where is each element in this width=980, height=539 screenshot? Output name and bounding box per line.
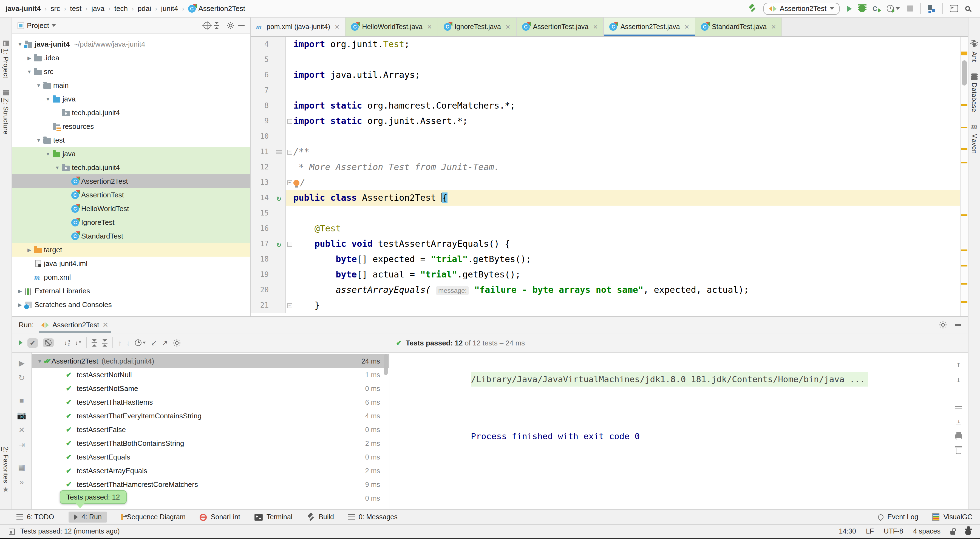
toolwindow-button-messages[interactable]: 0: Messages bbox=[348, 513, 398, 521]
code-text[interactable]: import static org.junit.Assert.*; bbox=[293, 113, 968, 129]
editor-error-stripe[interactable] bbox=[960, 37, 968, 316]
tab-assertion2test-java[interactable]: Assertion2Test.java✕ bbox=[604, 17, 695, 36]
code-text[interactable] bbox=[293, 129, 968, 144]
run-panel-tab[interactable]: Assertion2Test ✕ bbox=[39, 317, 110, 333]
collapse-all-button[interactable] bbox=[102, 339, 108, 346]
code-line[interactable]: 4import org.junit.Test; bbox=[251, 37, 968, 52]
code-text[interactable]: @Test bbox=[293, 221, 968, 236]
sidebar-item-project[interactable]: 1: Project bbox=[0, 41, 11, 78]
tree-expanded-arrow-icon[interactable]: ▼ bbox=[26, 69, 33, 74]
tree-row[interactable]: ▶.idea bbox=[12, 51, 250, 65]
tree-row[interactable]: ▼java bbox=[12, 92, 250, 106]
code-line[interactable]: 10 bbox=[251, 129, 968, 144]
test-history-button[interactable] bbox=[135, 339, 146, 346]
tree-row[interactable]: tech.pdai.junit4 bbox=[12, 106, 250, 119]
tree-row[interactable]: ▶Scratches and Consoles bbox=[12, 298, 250, 312]
toolwindow-button-sequencediagram[interactable]: Sequence Diagram bbox=[121, 513, 186, 521]
debug-button[interactable] bbox=[859, 5, 865, 12]
error-stripe-mark[interactable] bbox=[961, 52, 967, 56]
test-row[interactable]: ✔testAssertThatHamcrestCoreMatchers9 ms bbox=[32, 478, 389, 491]
profiler-button[interactable] bbox=[887, 5, 900, 12]
show-passed-toggle[interactable]: ✔ bbox=[27, 338, 38, 347]
fold-icon[interactable]: − bbox=[287, 242, 292, 246]
sidebar-item-structure[interactable]: Z: Structure bbox=[0, 90, 11, 135]
tree-row[interactable]: ▼main bbox=[12, 78, 250, 92]
hector-inspection-icon[interactable] bbox=[965, 529, 971, 535]
error-stripe-mark[interactable] bbox=[961, 162, 967, 164]
tree-row[interactable]: Assertion2Test bbox=[12, 174, 250, 188]
sidebar-item-favorites[interactable]: 2: Favorites★ bbox=[0, 447, 11, 493]
code-text[interactable]: assertArrayEquals( message: "failure - b… bbox=[293, 282, 968, 298]
run-with-coverage-button[interactable] bbox=[872, 5, 880, 12]
toolwindow-button-sonarlint[interactable]: SonarLint bbox=[200, 513, 240, 521]
export-test-results-button[interactable]: ↗ bbox=[162, 339, 168, 346]
scrollbar-thumb[interactable] bbox=[384, 354, 388, 375]
sidebar-item-maven[interactable]: Maven bbox=[969, 123, 980, 154]
close-icon[interactable]: ✕ bbox=[427, 23, 432, 30]
tree-collapsed-arrow-icon[interactable]: ▶ bbox=[26, 247, 33, 253]
mute-breakpoints-button[interactable]: ✕ bbox=[18, 426, 25, 434]
code-line[interactable]: 21− } bbox=[251, 298, 968, 313]
breadcrumb-item[interactable]: tech bbox=[115, 5, 128, 13]
tree-row[interactable]: resources bbox=[12, 119, 250, 133]
error-stripe-mark[interactable] bbox=[961, 301, 967, 303]
project-view-select[interactable]: Project bbox=[18, 21, 56, 30]
code-text[interactable]: public class Assertion2Test { bbox=[293, 190, 968, 206]
tree-row[interactable]: pom.xml bbox=[12, 270, 250, 284]
tree-row[interactable]: AssertionTest bbox=[12, 188, 250, 202]
fold-marker[interactable]: − bbox=[286, 113, 293, 129]
hide-panel-button[interactable] bbox=[238, 25, 245, 26]
code-line[interactable]: 8import static org.hamcrest.CoreMatchers… bbox=[251, 98, 968, 113]
tree-collapsed-arrow-icon[interactable]: ▶ bbox=[26, 55, 33, 60]
test-row[interactable]: ✔testAssertThatHasItems6 ms bbox=[32, 395, 389, 409]
indent-widget[interactable]: 4 spaces bbox=[913, 528, 940, 535]
tree-expanded-arrow-icon[interactable]: ▼ bbox=[54, 165, 61, 170]
gear-icon[interactable] bbox=[939, 321, 947, 329]
test-row[interactable]: ✔testAssertThatBothContainsString2 ms bbox=[32, 436, 389, 450]
test-row[interactable]: ✔testAssertFalse0 ms bbox=[32, 423, 389, 436]
tree-row[interactable]: HelloWorldTest bbox=[12, 202, 250, 216]
breadcrumb-item[interactable]: junit4 bbox=[161, 5, 178, 13]
fold-marker[interactable]: − bbox=[286, 144, 293, 159]
stop-process-button[interactable]: ■ bbox=[19, 396, 24, 404]
tree-row[interactable]: IgnoreTest bbox=[12, 216, 250, 229]
sidebar-item-ant[interactable]: Ant bbox=[969, 40, 980, 62]
error-stripe-mark[interactable] bbox=[961, 148, 967, 150]
close-icon[interactable]: ✕ bbox=[505, 23, 510, 30]
expand-all-button[interactable] bbox=[92, 339, 97, 346]
code-line[interactable]: 6import java.util.Arrays; bbox=[251, 67, 968, 83]
code-text[interactable] bbox=[293, 83, 968, 98]
encoding-widget[interactable]: UTF-8 bbox=[884, 528, 903, 535]
code-text[interactable]: byte[] expected = "trial".getBytes(); bbox=[293, 252, 968, 267]
code-text[interactable]: import static org.hamcrest.CoreMatchers.… bbox=[293, 98, 968, 113]
code-line[interactable]: 5 bbox=[251, 52, 968, 67]
code-text[interactable]: / bbox=[293, 175, 968, 190]
test-row[interactable]: ✔testAssertArrayEquals2 ms bbox=[32, 464, 389, 478]
rerun-test-button[interactable]: ▶ bbox=[19, 359, 25, 367]
fold-icon[interactable]: − bbox=[287, 303, 292, 308]
test-run-gutter-icon[interactable]: ↻ bbox=[277, 236, 282, 252]
sort-by-duration-button[interactable]: ↓≡ bbox=[75, 339, 81, 346]
clear-console-icon[interactable] bbox=[956, 448, 961, 454]
code-line[interactable]: 20 assertArrayEquals( message: "failure … bbox=[251, 282, 968, 298]
gear-icon[interactable] bbox=[226, 21, 235, 30]
tree-row[interactable]: ▼test bbox=[12, 133, 250, 147]
tree-row[interactable]: StandardTest bbox=[12, 229, 250, 243]
test-row[interactable]: ✔testAssertEquals0 ms bbox=[32, 450, 389, 464]
tree-row[interactable]: ▼java bbox=[12, 147, 250, 161]
toolwindow-button-terminal[interactable]: Terminal bbox=[255, 513, 293, 521]
tree-row[interactable]: ▶target bbox=[12, 243, 250, 257]
test-row[interactable]: ✔testAssertNotNull1 ms bbox=[32, 368, 389, 382]
error-stripe-mark[interactable] bbox=[961, 104, 967, 106]
code-line[interactable]: 11−/** bbox=[251, 144, 968, 159]
breadcrumb-item[interactable]: src bbox=[51, 5, 60, 13]
code-line[interactable]: 12 * More Assertion Test from Junit-Team… bbox=[251, 159, 968, 175]
project-structure-button[interactable] bbox=[928, 5, 935, 12]
sidebar-item-database[interactable]: Database bbox=[969, 73, 980, 113]
fold-icon[interactable]: − bbox=[287, 180, 292, 185]
print-icon[interactable] bbox=[955, 434, 962, 439]
import-test-results-button[interactable]: ↙ bbox=[151, 339, 157, 346]
tree-expanded-arrow-icon[interactable]: ▼ bbox=[36, 358, 43, 364]
error-stripe-mark[interactable] bbox=[961, 215, 967, 216]
fold-icon[interactable]: − bbox=[287, 119, 292, 124]
